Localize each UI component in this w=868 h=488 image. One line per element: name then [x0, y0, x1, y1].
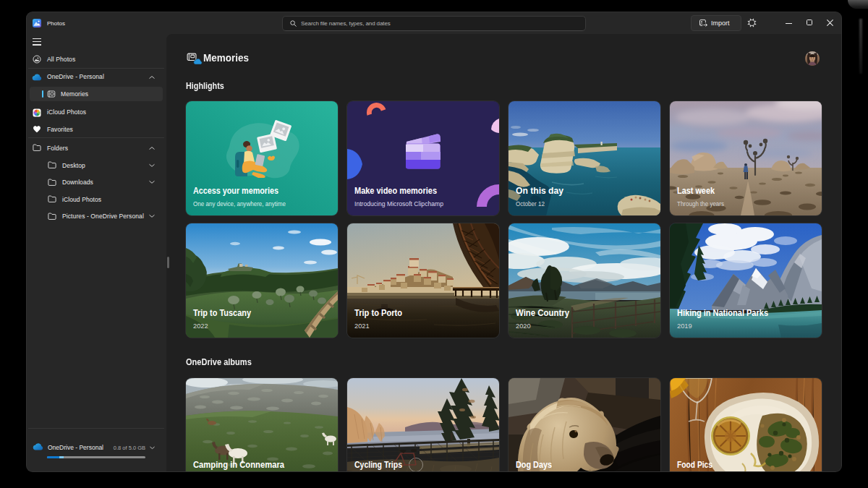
svg-text:On this day: On this day [516, 186, 563, 196]
svg-text:Cycling Trips: Cycling Trips [354, 460, 402, 470]
svg-text:Make video memories: Make video memories [354, 186, 437, 196]
svg-text:Introducing Microsoft Clipcham: Introducing Microsoft Clipchamp [354, 200, 443, 207]
svg-text:Food Pics: Food Pics [677, 460, 712, 470]
svg-text:2021: 2021 [354, 322, 370, 330]
svg-text:One any device, anywhere, anyt: One any device, anywhere, anytime [193, 200, 286, 207]
svg-text:Wine Country: Wine Country [516, 308, 569, 318]
svg-text:October 12: October 12 [516, 200, 545, 207]
svg-text:Trip to Tuscany: Trip to Tuscany [193, 308, 251, 318]
svg-text:2020: 2020 [516, 322, 531, 330]
svg-text:Camping in Connemara: Camping in Connemara [193, 460, 285, 470]
svg-text:Access your memories: Access your memories [193, 186, 278, 196]
svg-text:Dog Days: Dog Days [516, 460, 552, 470]
svg-text:2019: 2019 [677, 322, 692, 330]
svg-text:Trip to Porto: Trip to Porto [354, 308, 402, 318]
svg-text:Through the years: Through the years [677, 200, 724, 207]
svg-text:Hiking in National Parks: Hiking in National Parks [677, 308, 768, 318]
svg-text:Last week: Last week [677, 186, 715, 196]
svg-text:2022: 2022 [193, 322, 208, 330]
